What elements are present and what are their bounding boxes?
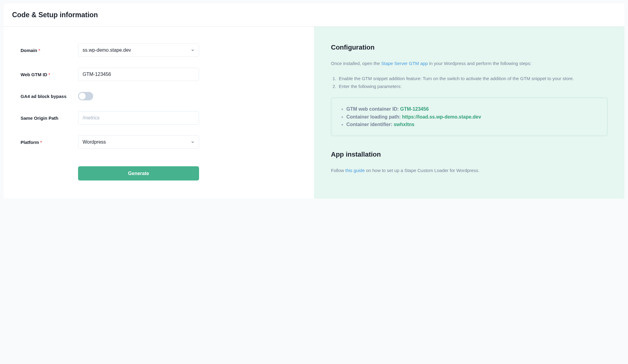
gtm-input[interactable] — [78, 68, 199, 81]
param-gtm-value: GTM-123456 — [400, 106, 429, 112]
platform-select[interactable]: Wordpress — [78, 135, 199, 149]
form-panel: Domain * ss.wp-demo.stape.dev Web GTM ID… — [4, 27, 314, 199]
install-text: Follow this guide on how to set up a Sta… — [331, 167, 607, 174]
page-title: Code & Setup information — [12, 11, 616, 19]
ga4-toggle[interactable] — [78, 92, 93, 100]
domain-label: Domain * — [21, 48, 78, 53]
param-identifier: Container identifier: swhxltns — [346, 121, 598, 128]
guide-link[interactable]: this guide — [345, 168, 365, 173]
generate-button[interactable]: Generate — [78, 166, 199, 180]
same-origin-input[interactable] — [78, 111, 199, 125]
platform-label: Platform * — [21, 140, 78, 145]
param-path-value: https://load.ss.wp-demo.stape.dev — [402, 114, 481, 119]
toggle-knob — [79, 93, 86, 99]
config-step-1: Enable the GTM snippet addition feature:… — [338, 75, 607, 83]
ga4-label: GA4 ad block bypass — [21, 94, 78, 99]
info-panel: Configuration Once installed, open the S… — [314, 27, 624, 199]
param-gtm: GTM web container ID: GTM-123456 — [346, 105, 598, 113]
same-origin-label: Same Origin Path — [21, 115, 78, 121]
config-title: Configuration — [331, 44, 607, 51]
platform-row: Platform * Wordpress — [21, 135, 297, 149]
card-body: Domain * ss.wp-demo.stape.dev Web GTM ID… — [4, 27, 624, 199]
config-step-2: Enter the following parameters: — [338, 83, 607, 90]
domain-select[interactable]: ss.wp-demo.stape.dev — [78, 44, 199, 57]
domain-value: ss.wp-demo.stape.dev — [83, 47, 131, 53]
setup-card: Code & Setup information Domain * ss.wp-… — [4, 4, 624, 199]
platform-value: Wordpress — [83, 139, 106, 145]
param-list: GTM web container ID: GTM-123456 Contain… — [340, 105, 598, 128]
same-origin-row: Same Origin Path — [21, 111, 297, 125]
chevron-down-icon — [191, 140, 195, 144]
gtm-label: Web GTM ID * — [21, 72, 78, 77]
required-mark: * — [38, 48, 40, 53]
card-header: Code & Setup information — [4, 4, 624, 27]
chevron-down-icon — [191, 48, 195, 52]
stape-app-link[interactable]: Stape Server GTM app — [381, 61, 428, 66]
param-path: Container loading path: https://load.ss.… — [346, 113, 598, 121]
required-mark: * — [40, 140, 42, 145]
install-title: App installation — [331, 151, 607, 158]
domain-row: Domain * ss.wp-demo.stape.dev — [21, 44, 297, 57]
gtm-row: Web GTM ID * — [21, 68, 297, 81]
param-box: GTM web container ID: GTM-123456 Contain… — [331, 98, 607, 136]
required-mark: * — [48, 72, 50, 77]
config-intro: Once installed, open the Stape Server GT… — [331, 60, 607, 67]
config-steps: Enable the GTM snippet addition feature:… — [331, 75, 607, 91]
param-identifier-value: swhxltns — [394, 122, 414, 127]
ga4-row: GA4 ad block bypass — [21, 92, 297, 100]
